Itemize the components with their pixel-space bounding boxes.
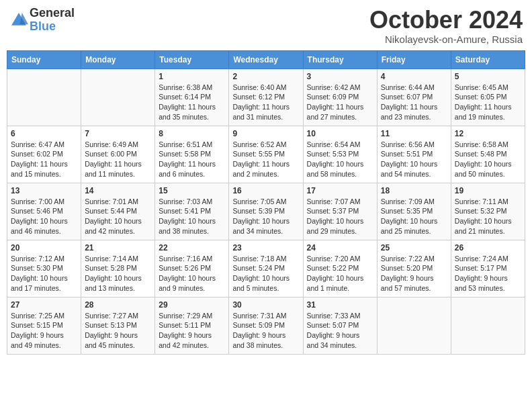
calendar-cell: 15Sunrise: 7:03 AM Sunset: 5:41 PM Dayli… [155, 183, 229, 240]
calendar-cell: 12Sunrise: 6:58 AM Sunset: 5:48 PM Dayli… [451, 126, 525, 183]
day-number: 20 [11, 243, 77, 253]
day-number: 18 [381, 186, 447, 195]
day-number: 7 [85, 129, 151, 138]
day-info: Sunrise: 6:52 AM Sunset: 5:55 PM Dayligh… [232, 140, 299, 179]
logo-icon [9, 11, 28, 30]
day-info: Sunrise: 6:45 AM Sunset: 6:05 PM Dayligh… [455, 83, 521, 122]
calendar-cell: 24Sunrise: 7:20 AM Sunset: 5:22 PM Dayli… [303, 240, 377, 297]
day-number: 29 [159, 300, 225, 310]
weekday-header: Thursday [303, 50, 377, 68]
calendar-cell: 26Sunrise: 7:24 AM Sunset: 5:17 PM Dayli… [451, 240, 525, 297]
calendar-cell: 18Sunrise: 7:09 AM Sunset: 5:35 PM Dayli… [377, 183, 451, 240]
calendar-cell: 11Sunrise: 6:56 AM Sunset: 5:51 PM Dayli… [377, 126, 451, 183]
day-info: Sunrise: 7:11 AM Sunset: 5:32 PM Dayligh… [455, 197, 521, 236]
calendar-cell: 31Sunrise: 7:33 AM Sunset: 5:07 PM Dayli… [303, 297, 377, 354]
day-info: Sunrise: 7:05 AM Sunset: 5:39 PM Dayligh… [232, 197, 299, 236]
calendar-cell: 2Sunrise: 6:40 AM Sunset: 6:12 PM Daylig… [229, 68, 303, 126]
day-info: Sunrise: 6:58 AM Sunset: 5:48 PM Dayligh… [455, 140, 521, 179]
day-number: 2 [232, 72, 299, 81]
page-header: General Blue October 2024 Nikolayevsk-on… [7, 7, 525, 45]
calendar-cell [451, 297, 525, 354]
day-number: 8 [159, 129, 225, 138]
day-info: Sunrise: 6:38 AM Sunset: 6:14 PM Dayligh… [159, 83, 225, 122]
title-block: October 2024 Nikolayevsk-on-Amure, Russi… [369, 7, 523, 45]
calendar-cell: 3Sunrise: 6:42 AM Sunset: 6:09 PM Daylig… [303, 68, 377, 126]
logo-text: General Blue [30, 7, 75, 34]
logo-general: General [30, 7, 75, 20]
weekday-header: Saturday [451, 50, 525, 68]
day-info: Sunrise: 6:54 AM Sunset: 5:53 PM Dayligh… [307, 140, 373, 179]
calendar-cell: 4Sunrise: 6:44 AM Sunset: 6:07 PM Daylig… [377, 68, 451, 126]
day-info: Sunrise: 6:49 AM Sunset: 6:00 PM Dayligh… [85, 140, 151, 179]
calendar-week-row: 1Sunrise: 6:38 AM Sunset: 6:14 PM Daylig… [7, 68, 525, 126]
day-info: Sunrise: 6:40 AM Sunset: 6:12 PM Dayligh… [232, 83, 299, 122]
day-info: Sunrise: 6:42 AM Sunset: 6:09 PM Dayligh… [307, 83, 373, 122]
day-number: 19 [455, 186, 521, 195]
day-info: Sunrise: 7:12 AM Sunset: 5:30 PM Dayligh… [11, 254, 77, 293]
day-info: Sunrise: 7:16 AM Sunset: 5:26 PM Dayligh… [159, 254, 225, 293]
day-info: Sunrise: 7:03 AM Sunset: 5:41 PM Dayligh… [159, 197, 225, 236]
day-number: 15 [159, 186, 225, 195]
day-number: 25 [381, 243, 447, 253]
day-number: 23 [232, 243, 299, 253]
logo: General Blue [9, 7, 75, 34]
day-number: 3 [307, 72, 373, 81]
weekday-header: Tuesday [155, 50, 229, 68]
day-info: Sunrise: 7:20 AM Sunset: 5:22 PM Dayligh… [307, 254, 373, 293]
day-info: Sunrise: 7:09 AM Sunset: 5:35 PM Dayligh… [381, 197, 447, 236]
calendar-cell: 8Sunrise: 6:51 AM Sunset: 5:58 PM Daylig… [155, 126, 229, 183]
day-info: Sunrise: 6:44 AM Sunset: 6:07 PM Dayligh… [381, 83, 447, 122]
calendar-cell: 22Sunrise: 7:16 AM Sunset: 5:26 PM Dayli… [155, 240, 229, 297]
month-title: October 2024 [369, 7, 523, 34]
weekday-header: Wednesday [229, 50, 303, 68]
location: Nikolayevsk-on-Amure, Russia [369, 34, 523, 45]
calendar-cell: 5Sunrise: 6:45 AM Sunset: 6:05 PM Daylig… [451, 68, 525, 126]
day-number: 6 [11, 129, 77, 138]
day-info: Sunrise: 6:51 AM Sunset: 5:58 PM Dayligh… [159, 140, 225, 179]
calendar-week-row: 6Sunrise: 6:47 AM Sunset: 6:02 PM Daylig… [7, 126, 525, 183]
calendar-cell: 23Sunrise: 7:18 AM Sunset: 5:24 PM Dayli… [229, 240, 303, 297]
day-number: 9 [232, 129, 299, 138]
day-number: 21 [85, 243, 151, 253]
day-info: Sunrise: 7:01 AM Sunset: 5:44 PM Dayligh… [85, 197, 151, 236]
calendar-cell: 9Sunrise: 6:52 AM Sunset: 5:55 PM Daylig… [229, 126, 303, 183]
calendar-cell: 16Sunrise: 7:05 AM Sunset: 5:39 PM Dayli… [229, 183, 303, 240]
calendar-cell [7, 68, 81, 126]
day-number: 16 [232, 186, 299, 195]
logo-blue: Blue [30, 20, 75, 34]
day-number: 4 [381, 72, 447, 81]
calendar-cell: 21Sunrise: 7:14 AM Sunset: 5:28 PM Dayli… [81, 240, 155, 297]
day-info: Sunrise: 7:27 AM Sunset: 5:13 PM Dayligh… [85, 311, 151, 351]
weekday-header: Sunday [7, 50, 81, 68]
day-number: 12 [455, 129, 521, 138]
day-number: 17 [307, 186, 373, 195]
day-info: Sunrise: 7:24 AM Sunset: 5:17 PM Dayligh… [455, 254, 521, 293]
day-number: 24 [307, 243, 373, 253]
day-info: Sunrise: 7:07 AM Sunset: 5:37 PM Dayligh… [307, 197, 373, 236]
day-info: Sunrise: 7:33 AM Sunset: 5:07 PM Dayligh… [307, 311, 373, 351]
day-number: 30 [232, 300, 299, 310]
calendar-cell: 6Sunrise: 6:47 AM Sunset: 6:02 PM Daylig… [7, 126, 81, 183]
calendar-cell: 20Sunrise: 7:12 AM Sunset: 5:30 PM Dayli… [7, 240, 81, 297]
calendar-cell [377, 297, 451, 354]
day-number: 5 [455, 72, 521, 81]
svg-marker-1 [20, 13, 28, 24]
day-info: Sunrise: 7:31 AM Sunset: 5:09 PM Dayligh… [232, 311, 299, 351]
calendar-cell: 14Sunrise: 7:01 AM Sunset: 5:44 PM Dayli… [81, 183, 155, 240]
day-info: Sunrise: 6:47 AM Sunset: 6:02 PM Dayligh… [11, 140, 77, 179]
calendar-cell: 1Sunrise: 6:38 AM Sunset: 6:14 PM Daylig… [155, 68, 229, 126]
day-info: Sunrise: 7:14 AM Sunset: 5:28 PM Dayligh… [85, 254, 151, 293]
calendar-cell: 7Sunrise: 6:49 AM Sunset: 6:00 PM Daylig… [81, 126, 155, 183]
day-info: Sunrise: 7:25 AM Sunset: 5:15 PM Dayligh… [11, 311, 77, 351]
day-number: 22 [159, 243, 225, 253]
calendar-cell: 25Sunrise: 7:22 AM Sunset: 5:20 PM Dayli… [377, 240, 451, 297]
calendar-week-row: 20Sunrise: 7:12 AM Sunset: 5:30 PM Dayli… [7, 240, 525, 297]
weekday-header-row: SundayMondayTuesdayWednesdayThursdayFrid… [7, 50, 525, 68]
day-number: 28 [85, 300, 151, 310]
day-number: 26 [455, 243, 521, 253]
calendar-cell: 28Sunrise: 7:27 AM Sunset: 5:13 PM Dayli… [81, 297, 155, 354]
calendar-cell: 10Sunrise: 6:54 AM Sunset: 5:53 PM Dayli… [303, 126, 377, 183]
calendar-cell: 29Sunrise: 7:29 AM Sunset: 5:11 PM Dayli… [155, 297, 229, 354]
day-info: Sunrise: 7:22 AM Sunset: 5:20 PM Dayligh… [381, 254, 447, 293]
day-number: 27 [11, 300, 77, 310]
